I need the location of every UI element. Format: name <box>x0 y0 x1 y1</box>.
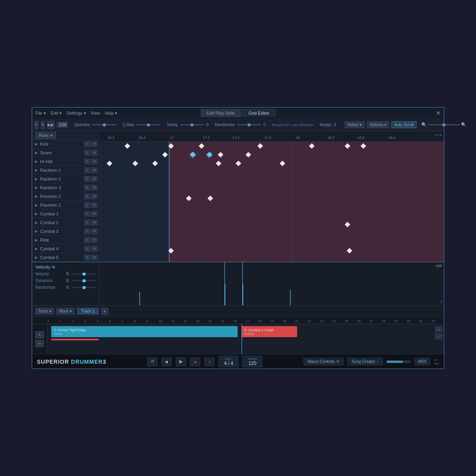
grid-note-hihat-3[interactable] <box>152 161 158 166</box>
midi-btn[interactable]: MIDI <box>415 358 430 365</box>
track-expand-4[interactable]: ▶ <box>34 177 38 181</box>
tempo-box[interactable]: Tempo 120 <box>242 356 262 367</box>
q-max-slider[interactable] <box>136 124 160 125</box>
zoom-in-icon[interactable]: 🔍 <box>461 122 466 127</box>
track-mute-13[interactable]: M <box>91 255 98 260</box>
track-solo-4[interactable]: S <box>84 176 90 182</box>
timeline-zoom-in-btn[interactable]: + <box>435 326 442 332</box>
menu-file[interactable]: File ▾ <box>35 111 46 116</box>
track-mute-6[interactable]: M <box>91 194 98 199</box>
track-mute-7[interactable]: M <box>91 202 98 208</box>
track-expand-9[interactable]: ▶ <box>34 220 38 225</box>
track-mute-5[interactable]: M <box>91 185 98 190</box>
close-button[interactable]: ✕ <box>436 110 441 116</box>
track-mute-0[interactable]: M <box>91 141 98 147</box>
track-expand-8[interactable]: ▶ <box>34 211 38 216</box>
track-solo-9[interactable]: S <box>84 220 90 225</box>
track-number-label[interactable]: Track 1 <box>77 308 99 315</box>
velocity-bar-2[interactable] <box>242 284 243 305</box>
track-solo-8[interactable]: S <box>84 211 90 217</box>
master-volume-slider[interactable] <box>387 361 411 363</box>
transport-metronome-btn[interactable]: ♩ <box>204 357 215 366</box>
timeline-pointer-btn[interactable]: ↖ <box>35 331 44 338</box>
tab-edit-play-style[interactable]: Edit Play Style <box>201 109 241 117</box>
track-mute-12[interactable]: M <box>91 246 98 251</box>
transport-record-btn[interactable]: ● <box>190 357 200 366</box>
velocity-expand-icon[interactable]: ⊞ <box>52 265 55 269</box>
dynamics-ctrl-slider[interactable] <box>72 280 96 281</box>
timeline-block-cymbal[interactable]: ⊙ Cymbal 4 Crash Ending <box>242 326 297 337</box>
timeline-scissor-btn[interactable]: ✂ <box>35 340 44 347</box>
track-expand-10[interactable]: ▶ <box>34 229 38 234</box>
velocity-bar-4[interactable] <box>290 290 291 305</box>
menu-settings[interactable]: Settings ▾ <box>67 111 86 116</box>
menu-edit[interactable]: Edit ▾ <box>51 111 62 116</box>
zoom-out-icon[interactable]: 🔍 <box>421 122 427 127</box>
track-mute-4[interactable]: M <box>91 176 98 182</box>
velocity-dots-menu[interactable]: • • • <box>435 264 441 268</box>
grid-note-hihat-1[interactable] <box>107 161 112 166</box>
velocity-ctrl-slider[interactable] <box>72 273 96 274</box>
track-solo-0[interactable]: S <box>84 141 90 147</box>
timeline-zoom-out-btn[interactable]: − <box>435 334 442 339</box>
transport-loop-btn[interactable]: ↺ <box>147 357 157 366</box>
grid-dots-menu[interactable]: • • • <box>435 133 441 137</box>
signature-box[interactable]: Sign. 4 / 4 <box>219 356 238 367</box>
track-solo-13[interactable]: S <box>84 255 90 260</box>
transport-stop-btn[interactable]: ■ <box>161 357 172 366</box>
track-expand-5[interactable]: ▶ <box>34 185 38 190</box>
track-expand-0[interactable]: ▶ <box>34 142 38 146</box>
track-expand-12[interactable]: ▶ <box>34 246 38 251</box>
track-mute-11[interactable]: M <box>91 237 98 243</box>
track-expand-11[interactable]: ▶ <box>34 238 38 242</box>
quantize-slider[interactable] <box>92 124 116 125</box>
track-solo-1[interactable]: S <box>84 150 90 155</box>
track-mute-8[interactable]: M <box>91 211 98 217</box>
track-mute-2[interactable]: M <box>91 159 98 164</box>
track-expand-13[interactable]: ▶ <box>34 255 38 260</box>
velocity-bar-1[interactable] <box>225 284 225 305</box>
track-mute-1[interactable]: M <box>91 150 98 155</box>
menu-view[interactable]: View <box>91 111 100 115</box>
track-mute-9[interactable]: M <box>91 220 98 225</box>
track-expand-7[interactable]: ▶ <box>34 203 38 207</box>
zoom-slider[interactable] <box>428 124 460 125</box>
track-expand-6[interactable]: ▶ <box>34 194 38 199</box>
transport-btn-toolbar[interactable]: ▶▶ <box>47 121 54 129</box>
pencil-tool-btn[interactable]: ✎ <box>41 121 45 129</box>
swing-slider[interactable] <box>180 124 204 125</box>
grid-note-kick-1[interactable] <box>125 143 130 149</box>
track-solo-7[interactable]: S <box>84 202 90 208</box>
auto-scroll-btn[interactable]: Auto Scroll <box>392 121 416 128</box>
rows-dropdown[interactable]: Rows ▾ <box>35 132 56 139</box>
track-expand-3[interactable]: ▶ <box>34 168 38 173</box>
grid-note-snare-1[interactable] <box>162 152 168 157</box>
options-dropdown[interactable]: Options▾ <box>367 121 389 128</box>
track-solo-5[interactable]: S <box>84 185 90 190</box>
track-expand-2[interactable]: ▶ <box>34 159 38 164</box>
pointer-tool-btn[interactable]: ↖ <box>35 121 38 129</box>
randomize-ctrl-slider[interactable] <box>72 287 96 288</box>
macro-controls-btn[interactable]: Macro Controls ⚙ <box>303 358 344 365</box>
track-solo-12[interactable]: S <box>84 246 90 251</box>
tab-grid-editor[interactable]: Grid Editor <box>242 109 275 117</box>
add-track-btn[interactable]: + <box>101 308 108 315</box>
timeline-block-hihat[interactable]: ⊙ Hi-Hat Tight Edge Verse <box>51 326 238 337</box>
select-dropdown[interactable]: Select▾ <box>345 121 365 128</box>
track-solo-11[interactable]: S <box>84 237 90 243</box>
track-mute-3[interactable]: M <box>91 167 98 173</box>
track-solo-3[interactable]: S <box>84 167 90 173</box>
randomize-slider[interactable] <box>237 124 261 125</box>
track-section-btn[interactable]: Track▾ <box>35 308 54 315</box>
track-mute-10[interactable]: M <box>91 228 98 234</box>
track-solo-2[interactable]: S <box>84 159 90 164</box>
velocity-bar-3[interactable] <box>139 292 140 305</box>
block-section-btn[interactable]: Block▾ <box>56 308 75 315</box>
menu-help[interactable]: Help ▾ <box>105 111 117 116</box>
transport-play-btn[interactable]: ▶ <box>176 357 186 366</box>
track-solo-6[interactable]: S <box>84 194 90 199</box>
quantize-value[interactable]: 1/16 <box>57 122 68 128</box>
song-creator-btn[interactable]: Song Creator ♪ <box>347 358 383 365</box>
grid-note-hihat-2[interactable] <box>132 161 138 166</box>
track-solo-10[interactable]: S <box>84 228 90 234</box>
